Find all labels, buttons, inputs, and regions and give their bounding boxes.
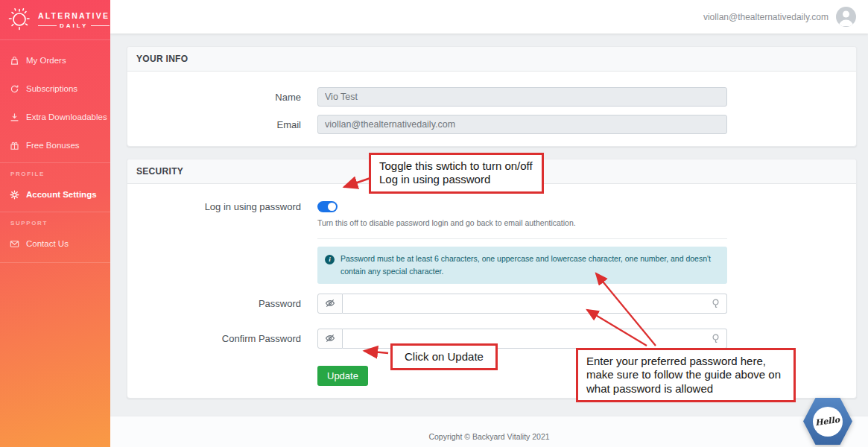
sidebar-item-label: Free Bonuses <box>26 141 80 150</box>
sidebar-section-support: SUPPORT <box>0 212 110 229</box>
user-email: viollan@thealternativedaily.com <box>703 12 829 22</box>
update-button[interactable]: Update <box>317 366 368 386</box>
your-info-title: YOUR INFO <box>127 47 856 72</box>
annotation-update-note: Click on Update <box>390 343 498 370</box>
chat-hexagon-icon: Hello <box>803 398 852 445</box>
login-password-toggle-label: Log in using password <box>127 201 301 212</box>
sidebar-item-free-bonuses[interactable]: Free Bonuses <box>0 131 110 159</box>
download-icon <box>10 112 19 122</box>
brand-logo[interactable]: ALTERNATIVE DAILY <box>0 0 110 40</box>
name-label: Name <box>127 92 301 103</box>
chat-label: Hello <box>815 415 841 428</box>
sidebar-item-label: Subscriptions <box>26 84 77 93</box>
sidebar-item-label: Extra Downloadables <box>26 112 107 121</box>
sidebar-item-label: Account Settings <box>26 190 97 199</box>
sidebar-item-extra-downloadables[interactable]: Extra Downloadables <box>0 103 110 131</box>
email-row: Email <box>127 115 856 134</box>
brand-name: ALTERNATIVE <box>38 11 110 20</box>
sidebar-item-account-settings[interactable]: Account Settings <box>0 180 110 209</box>
sun-icon <box>6 5 33 35</box>
topbar: viollan@thealternativedaily.com <box>110 0 868 34</box>
sidebar-item-subscriptions[interactable]: Subscriptions <box>0 74 110 103</box>
eye-slash-icon <box>325 333 335 343</box>
sidebar-item-contact-us[interactable]: Contact Us <box>0 229 110 258</box>
user-avatar[interactable] <box>836 7 856 27</box>
envelope-icon <box>10 239 19 249</box>
section-divider <box>317 238 727 239</box>
email-field <box>317 115 727 134</box>
name-row: Name <box>127 87 856 107</box>
password-key-icon[interactable] <box>710 333 721 344</box>
password-rules-text: Password must be at least 6 characters, … <box>340 253 718 278</box>
password-input[interactable] <box>343 294 727 314</box>
password-key-icon[interactable] <box>710 298 721 309</box>
show-password-toggle[interactable] <box>317 294 343 314</box>
copyright-text: Copyright © Backyard Vitality 2021 <box>428 432 549 441</box>
your-info-card: YOUR INFO Name Email <box>127 46 857 147</box>
sidebar-section-profile: PROFILE <box>0 162 110 180</box>
password-rules-alert: i Password must be at least 6 characters… <box>317 247 727 284</box>
gift-icon <box>10 141 19 150</box>
info-icon: i <box>325 255 335 264</box>
sidebar-item-label: Contact Us <box>26 239 69 248</box>
sidebar-item-label: My Orders <box>26 56 66 65</box>
login-password-toggle[interactable] <box>317 201 338 212</box>
email-label: Email <box>127 119 301 130</box>
chat-widget[interactable]: Hello <box>803 398 852 445</box>
annotation-password-note: Enter your preferred password here, make… <box>576 348 796 402</box>
refresh-icon <box>10 84 19 94</box>
brand-subname: DAILY <box>60 22 88 29</box>
account-settings-page: ALTERNATIVE DAILY My Orders Subscription… <box>0 0 868 447</box>
brand-text: ALTERNATIVE DAILY <box>38 11 110 29</box>
confirm-password-label: Confirm Password <box>127 333 301 344</box>
password-row: Password <box>127 294 856 314</box>
user-avatar-icon <box>836 7 856 27</box>
sidebar: ALTERNATIVE DAILY My Orders Subscription… <box>0 0 110 447</box>
name-field <box>317 87 727 107</box>
gear-icon <box>10 190 19 200</box>
bag-icon <box>10 56 19 66</box>
annotation-toggle-note: Toggle this swtich to turn on/off Log in… <box>369 153 544 194</box>
login-password-toggle-row: Log in using password <box>127 200 856 212</box>
footer: Copyright © Backyard Vitality 2021 <box>110 416 868 447</box>
chat-bubble-icon: Hello <box>813 407 843 437</box>
toggle-help-text: Turn this off to disable password login … <box>317 218 856 227</box>
sidebar-item-my-orders[interactable]: My Orders <box>0 46 110 74</box>
password-label: Password <box>127 298 301 309</box>
sidebar-nav: My Orders Subscriptions Extra Downloadab… <box>0 40 110 263</box>
eye-slash-icon <box>325 298 335 308</box>
show-confirm-password-toggle[interactable] <box>317 329 343 349</box>
